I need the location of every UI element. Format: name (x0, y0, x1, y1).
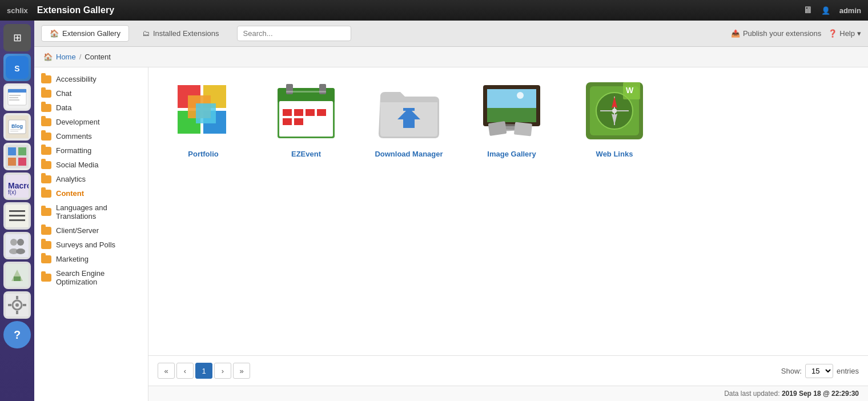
extension-download-manager[interactable]: Download Manager (363, 77, 455, 158)
svg-rect-12 (10, 131, 18, 132)
tab-installed-extensions[interactable]: 🗂 Installed Extensions (134, 25, 228, 42)
last-page-button[interactable]: » (233, 363, 250, 379)
category-item-comments[interactable]: Comments (34, 129, 148, 143)
category-item-content[interactable]: Content (34, 186, 148, 201)
svg-rect-17 (18, 158, 26, 166)
right-panel: Portfolio (148, 67, 868, 401)
folder-icon-accessibility (41, 75, 51, 83)
category-item-seo[interactable]: Search Engine Optimization (34, 266, 148, 289)
category-item-development[interactable]: Development (34, 115, 148, 129)
sidebar-group-icon[interactable] (3, 232, 31, 259)
category-label-development: Development (56, 118, 100, 126)
sidebar-settings-icon[interactable] (3, 291, 31, 319)
category-label-content: Content (56, 189, 84, 198)
svg-rect-61 (487, 108, 536, 122)
folder-icon-marketing (41, 255, 51, 263)
pagination-bar: « ‹ 1 › » Show: 15 25 50 entries (148, 355, 868, 386)
category-item-surveys[interactable]: Surveys and Polls (34, 238, 148, 252)
category-item-client-server[interactable]: Client/Server (34, 223, 148, 238)
svg-rect-47 (286, 84, 293, 94)
per-page-select[interactable]: 15 25 50 (805, 364, 833, 378)
svg-rect-56 (286, 91, 326, 93)
category-label-social-media: Social Media (56, 161, 98, 169)
extension-portfolio[interactable]: Portfolio (158, 77, 249, 158)
folder-icon-chat (41, 90, 51, 98)
footer-prefix: Data last updated: (724, 390, 779, 398)
username[interactable]: admin (839, 6, 861, 15)
category-item-social-media[interactable]: Social Media (34, 158, 148, 172)
svg-text:S: S (14, 64, 19, 73)
category-item-chat[interactable]: Chat (34, 86, 148, 101)
svg-point-34 (15, 303, 19, 307)
svg-rect-6 (9, 97, 18, 98)
category-item-languages[interactable]: Languages and Translations (34, 201, 148, 223)
category-sidebar: AccessibilityChatDataDevelopmentComments… (34, 67, 148, 401)
footer-timestamp: 2019 Sep 18 @ 22:29:30 (782, 390, 859, 398)
svg-point-75 (612, 109, 617, 113)
app-title: Extension Gallery (37, 5, 114, 15)
user-icon: 👤 (821, 6, 830, 15)
category-item-marketing[interactable]: Marketing (34, 252, 148, 266)
sidebar-webpages-icon[interactable] (3, 83, 31, 111)
svg-rect-24 (9, 219, 25, 221)
svg-rect-4 (8, 89, 26, 93)
sidebar-grid-icon[interactable]: ⊞ (3, 24, 31, 51)
extensions-grid-area: Portfolio (148, 67, 868, 355)
breadcrumb-current: Content (85, 53, 111, 61)
category-label-surveys: Surveys and Polls (56, 240, 115, 249)
svg-text:W: W (626, 86, 634, 95)
category-item-data[interactable]: Data (34, 101, 148, 115)
svg-rect-31 (14, 276, 21, 281)
content-area: AccessibilityChatDataDevelopmentComments… (34, 67, 868, 401)
page-1-button[interactable]: 1 (195, 363, 212, 379)
folder-icon-social-media (41, 161, 51, 169)
entries-label: entries (837, 367, 859, 375)
sidebar-blog-icon[interactable]: Blog (3, 113, 31, 141)
category-label-languages: Languages and Translations (56, 203, 141, 220)
breadcrumb-home[interactable]: Home (56, 53, 76, 61)
extension-ezevent[interactable]: EZEvent (260, 77, 352, 158)
svg-rect-51 (294, 109, 303, 116)
extension-web-links[interactable]: W Web Links (569, 77, 660, 158)
tab-extension-gallery[interactable]: 🏠 Extension Gallery (41, 25, 129, 42)
category-item-accessibility[interactable]: Accessibility (34, 72, 148, 86)
sidebar-menu-icon[interactable] (3, 202, 31, 230)
category-label-seo: Search Engine Optimization (56, 269, 141, 286)
category-label-comments: Comments (56, 132, 92, 141)
category-item-formatting[interactable]: Formatting (34, 143, 148, 158)
svg-rect-35 (16, 296, 18, 299)
image-gallery-icon (477, 77, 546, 145)
publish-button[interactable]: 📤 Publish your extensions (731, 29, 821, 38)
top-bar-right: 🖥 👤 admin (803, 5, 861, 15)
svg-rect-14 (8, 147, 16, 155)
main-layout: ⊞ S Blog (0, 21, 868, 401)
help-button[interactable]: ❓ Help ▾ (828, 29, 861, 38)
show-label: Show: (781, 367, 802, 375)
sidebar-macro-icon[interactable]: Macro f(x) (3, 173, 31, 200)
breadcrumb: 🏠 Home / Content (34, 47, 868, 67)
svg-point-26 (10, 239, 17, 246)
sidebar-schlix-logo[interactable]: S (3, 54, 31, 81)
prev-page-button[interactable]: ‹ (176, 363, 194, 379)
svg-rect-53 (317, 109, 326, 116)
search-input[interactable] (237, 26, 351, 41)
next-page-button[interactable]: › (214, 363, 231, 379)
publish-icon: 📤 (731, 29, 740, 38)
top-bar: schlix Extension Gallery 🖥 👤 admin (0, 0, 868, 21)
svg-point-27 (17, 239, 24, 246)
sidebar-tools-icon[interactable] (3, 262, 31, 289)
category-item-analytics[interactable]: Analytics (34, 172, 148, 186)
svg-rect-58 (403, 108, 415, 111)
folder-icon-comments (41, 133, 51, 141)
publish-label: Publish your extensions (743, 29, 821, 38)
first-page-button[interactable]: « (158, 363, 175, 379)
svg-rect-11 (10, 129, 21, 130)
extensions-grid: Portfolio (158, 77, 859, 158)
svg-rect-15 (18, 147, 26, 155)
tab-installed-label: Installed Extensions (153, 29, 219, 38)
category-label-data: Data (56, 103, 71, 112)
sidebar-blocks-icon[interactable] (3, 143, 31, 170)
sidebar-help-icon[interactable]: ? (3, 321, 31, 348)
folder-icon-analytics (41, 175, 51, 183)
extension-image-gallery[interactable]: Image Gallery (466, 77, 557, 158)
